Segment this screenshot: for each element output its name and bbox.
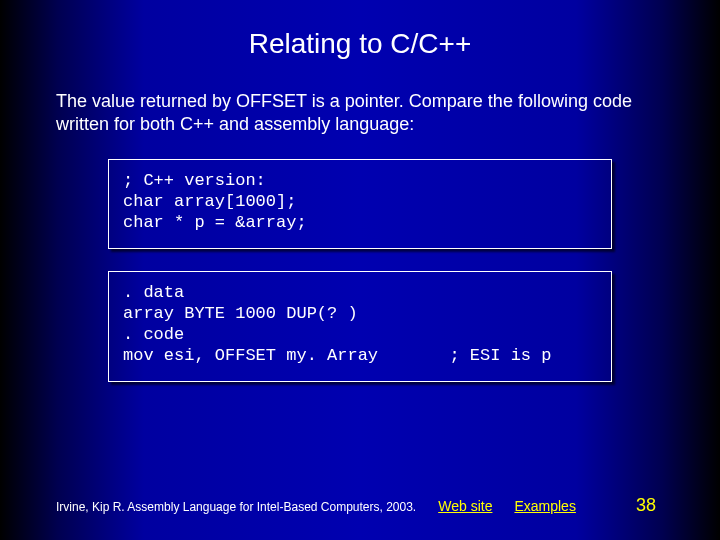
- link-examples[interactable]: Examples: [514, 498, 575, 514]
- slide-body-text: The value returned by OFFSET is a pointe…: [0, 90, 720, 137]
- footer-credit: Irvine, Kip R. Assembly Language for Int…: [56, 500, 416, 514]
- page-number: 38: [636, 495, 656, 516]
- footer: Irvine, Kip R. Assembly Language for Int…: [0, 495, 720, 516]
- slide-title: Relating to C/C++: [0, 0, 720, 90]
- code-box-cpp: ; C++ version: char array[1000]; char * …: [108, 159, 612, 249]
- link-website[interactable]: Web site: [438, 498, 492, 514]
- code-box-asm: . data array BYTE 1000 DUP(? ) . code mo…: [108, 271, 612, 382]
